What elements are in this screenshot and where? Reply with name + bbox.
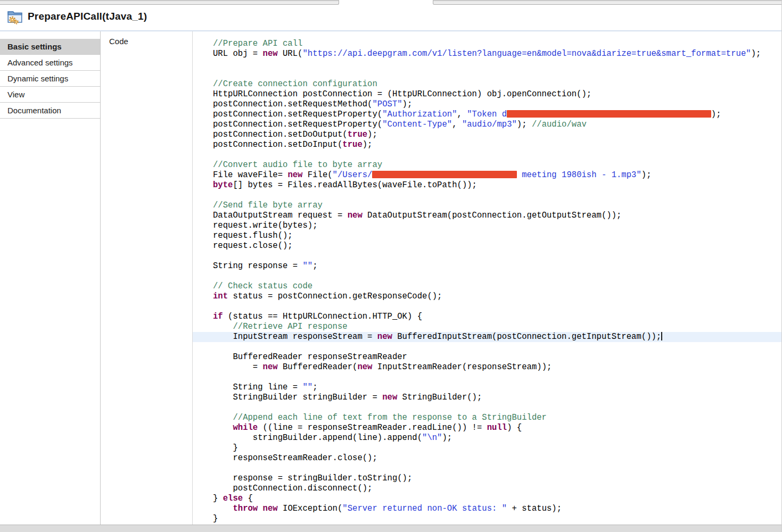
code-line: File waveFile= new File("/Users/ meeting… <box>193 170 781 180</box>
code-line: postConnection.setRequestMethod("POST"); <box>193 99 781 110</box>
redaction-bar <box>372 171 516 178</box>
code-line <box>193 342 781 352</box>
code-field-label: Code <box>109 37 128 46</box>
panel-bottom-edge <box>0 525 782 532</box>
code-line: BufferedReader responseStreamReader <box>193 352 781 362</box>
redaction-bar <box>507 110 711 118</box>
code-line <box>193 69 781 79</box>
code-line: String line = ""; <box>193 383 781 393</box>
code-line: responseStreamReader.close(); <box>193 453 781 463</box>
code-line: } else { <box>193 494 781 504</box>
code-line: postConnection.setDoInput(true); <box>193 140 781 150</box>
code-line: //Retrieve API response <box>193 322 781 332</box>
settings-content: Basic settingsAdvanced settingsDynamic s… <box>0 31 781 525</box>
code-line <box>193 190 781 201</box>
code-line <box>193 251 781 261</box>
code-line <box>193 403 781 413</box>
code-line: stringBuilder.append(line).append("\n"); <box>193 433 781 443</box>
code-line: while ((line = responseStreamReader.read… <box>193 423 781 433</box>
code-line: postConnection.setRequestProperty("Autho… <box>193 110 781 120</box>
page-title: PrepareAPICall(tJava_1) <box>28 11 147 22</box>
code-line: String response = ""; <box>193 261 781 271</box>
code-line: //Create connection configuration <box>193 79 781 89</box>
code-line <box>193 302 781 312</box>
code-line <box>193 150 781 160</box>
sidebar-item-basic-settings[interactable]: Basic settings <box>0 39 100 55</box>
code-line: //Send file byte array <box>193 201 781 211</box>
sidebar-item-dynamic-settings[interactable]: Dynamic settings <box>0 71 100 87</box>
code-line: //Prepare API call <box>193 39 781 49</box>
tab-inactive-left[interactable] <box>0 0 339 5</box>
code-line-current: InputStream responseStream = new Buffere… <box>193 332 781 342</box>
code-line: if (status == HttpURLConnection.HTTP_OK)… <box>193 312 781 322</box>
text-caret <box>661 332 662 340</box>
code-line: throw new IOException("Server returned n… <box>193 504 781 514</box>
code-line <box>193 463 781 473</box>
code-line: postConnection.setRequestProperty("Conte… <box>193 120 781 130</box>
sidebar-item-documentation[interactable]: Documentation <box>0 103 100 119</box>
tab-inactive-right[interactable] <box>433 0 782 5</box>
settings-sidebar: Basic settingsAdvanced settingsDynamic s… <box>0 31 101 525</box>
code-line: int status = postConnection.getResponseC… <box>193 292 781 302</box>
code-line: = new BufferedReader(new InputStreamRead… <box>193 362 781 372</box>
code-editor[interactable]: //Prepare API callURL obj = new URL("htt… <box>192 31 781 525</box>
sidebar-item-view[interactable]: View <box>0 87 100 103</box>
component-title-bar: PrepareAPICall(tJava_1) <box>0 5 782 31</box>
code-line: response = stringBuilder.toString(); <box>193 473 781 484</box>
code-line <box>193 271 781 281</box>
code-line <box>193 59 781 69</box>
code-line: //Append each line of text from the resp… <box>193 413 781 423</box>
code-line: URL obj = new URL("https://api.deepgram.… <box>193 49 781 59</box>
code-line: // Check status code <box>193 281 781 292</box>
code-line: DataOutputStream request = new DataOutpu… <box>193 211 781 221</box>
sidebar-item-advanced-settings[interactable]: Advanced settings <box>0 55 100 71</box>
code-line: postConnection.setDoOutput(true); <box>193 130 781 140</box>
code-line: HttpURLConnection postConnection = (Http… <box>193 89 781 99</box>
tjava-component-icon <box>7 9 23 27</box>
tab-strip <box>0 0 782 5</box>
component-settings-panel: PrepareAPICall(tJava_1) Basic settingsAd… <box>0 0 782 532</box>
code-line: //Convert audio file to byte array <box>193 160 781 170</box>
code-line: request.flush(); <box>193 231 781 241</box>
code-line: } <box>193 514 781 524</box>
code-line: request.write(bytes); <box>193 221 781 231</box>
code-line: StringBuilder stringBuilder = new String… <box>193 393 781 403</box>
code-line <box>193 372 781 383</box>
code-line: request.close(); <box>193 241 781 251</box>
code-line: postConnection.disconnect(); <box>193 484 781 494</box>
code-line: } <box>193 443 781 453</box>
code-line: byte[] bytes = Files.readAllBytes(waveFi… <box>193 180 781 190</box>
